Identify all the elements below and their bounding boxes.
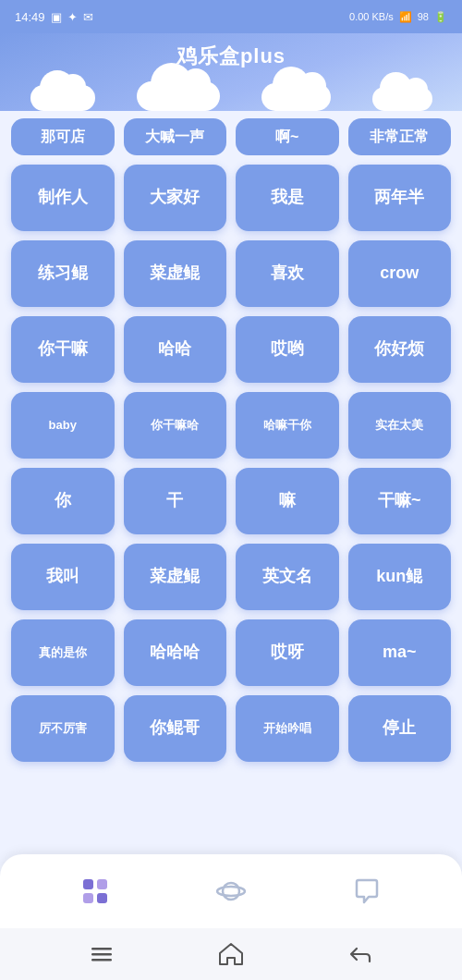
btn-6-0[interactable]: 真的是你 (11, 619, 115, 686)
btn-7-0[interactable]: 厉不厉害 (11, 695, 115, 762)
btn-7-2[interactable]: 开始吟唱 (236, 695, 339, 762)
btn-1-3[interactable]: crow (348, 240, 452, 307)
btn-1-1[interactable]: 菜虚鲲 (124, 240, 227, 307)
svg-rect-1 (97, 879, 107, 889)
btn-0-1[interactable]: 大家好 (124, 165, 227, 231)
btn-2-2[interactable]: 哎哟 (236, 316, 339, 383)
svg-point-5 (217, 887, 245, 896)
nav-item-planet[interactable] (196, 867, 266, 915)
btn-6-1[interactable]: 哈哈哈 (124, 619, 227, 686)
btn-7-1[interactable]: 你鲲哥 (124, 695, 227, 762)
wifi-icon: 📶 (399, 11, 412, 23)
btn-2-0[interactable]: 你干嘛 (11, 316, 115, 383)
partial-row: 那可店 大喊一声 啊~ 非常正常 (11, 118, 451, 155)
btn-5-1[interactable]: 菜虚鲲 (124, 544, 227, 610)
btn-3-2[interactable]: 哈嘛干你 (236, 392, 339, 459)
btn-4-0[interactable]: 你 (11, 468, 115, 534)
battery-icon: 🔋 (434, 11, 447, 23)
grid-icon (79, 875, 112, 908)
svg-rect-2 (83, 893, 93, 903)
btn-0-0[interactable]: 制作人 (11, 165, 115, 231)
status-icon2: ✦ (67, 10, 78, 24)
btn-partial-1[interactable]: 大喊一声 (124, 118, 227, 155)
nav-item-grid[interactable] (60, 867, 130, 915)
btn-2-1[interactable]: 哈哈 (124, 316, 227, 383)
status-icon1: ▣ (51, 10, 62, 24)
btn-7-3[interactable]: 停止 (348, 695, 452, 762)
btn-6-2[interactable]: 哎呀 (236, 619, 339, 686)
planet-icon (214, 875, 248, 908)
status-left: 14:49 ▣ ✦ ✉ (15, 10, 93, 24)
btn-partial-2[interactable]: 啊~ (236, 118, 339, 155)
cloud-decoration (0, 76, 462, 111)
btn-2-3[interactable]: 你好烦 (348, 316, 452, 383)
btn-partial-3[interactable]: 非常正常 (348, 118, 452, 155)
network-speed: 0.00 KB/s (349, 11, 394, 22)
system-bar (0, 928, 462, 980)
main-content: 那可店 大喊一声 啊~ 非常正常 制作人 大家好 我是 两年半 练习鲲 菜虚鲲 … (0, 111, 462, 865)
btn-5-2[interactable]: 英文名 (236, 544, 339, 610)
svg-rect-6 (91, 948, 112, 950)
btn-4-1[interactable]: 干 (124, 468, 227, 534)
chat-icon (350, 875, 383, 908)
back-button[interactable] (347, 941, 373, 967)
status-time: 14:49 (15, 10, 45, 24)
btn-6-3[interactable]: ma~ (348, 619, 452, 686)
svg-point-4 (223, 883, 239, 900)
btn-0-2[interactable]: 我是 (236, 165, 339, 231)
btn-0-3[interactable]: 两年半 (348, 165, 452, 231)
status-right: 0.00 KB/s 📶 98 🔋 (349, 11, 447, 23)
battery-level: 98 (418, 11, 429, 22)
btn-5-0[interactable]: 我叫 (11, 544, 115, 610)
btn-4-2[interactable]: 嘛 (236, 468, 339, 534)
btn-1-0[interactable]: 练习鲲 (11, 240, 115, 307)
home-button[interactable] (217, 940, 245, 968)
svg-rect-8 (91, 959, 112, 962)
btn-3-1[interactable]: 你干嘛哈 (124, 392, 227, 459)
svg-rect-3 (97, 893, 107, 903)
svg-rect-0 (83, 879, 93, 889)
app-title: 鸡乐盒plus (0, 43, 462, 76)
button-grid: 制作人 大家好 我是 两年半 练习鲲 菜虚鲲 喜欢 crow 你干嘛 哈哈 哎哟… (11, 165, 451, 762)
bottom-nav (0, 854, 462, 928)
btn-3-3[interactable]: 实在太美 (348, 392, 452, 459)
menu-button[interactable] (89, 941, 115, 967)
btn-4-3[interactable]: 干嘛~ (348, 468, 452, 534)
btn-1-2[interactable]: 喜欢 (236, 240, 339, 307)
header: 鸡乐盒plus (0, 33, 462, 111)
btn-5-3[interactable]: kun鲲 (348, 544, 452, 610)
svg-rect-7 (91, 953, 112, 956)
btn-partial-0[interactable]: 那可店 (11, 118, 115, 155)
status-bar: 14:49 ▣ ✦ ✉ 0.00 KB/s 📶 98 🔋 (0, 0, 462, 33)
btn-3-0[interactable]: baby (11, 392, 115, 459)
nav-item-chat[interactable] (332, 867, 402, 915)
status-icon3: ✉ (83, 10, 93, 24)
